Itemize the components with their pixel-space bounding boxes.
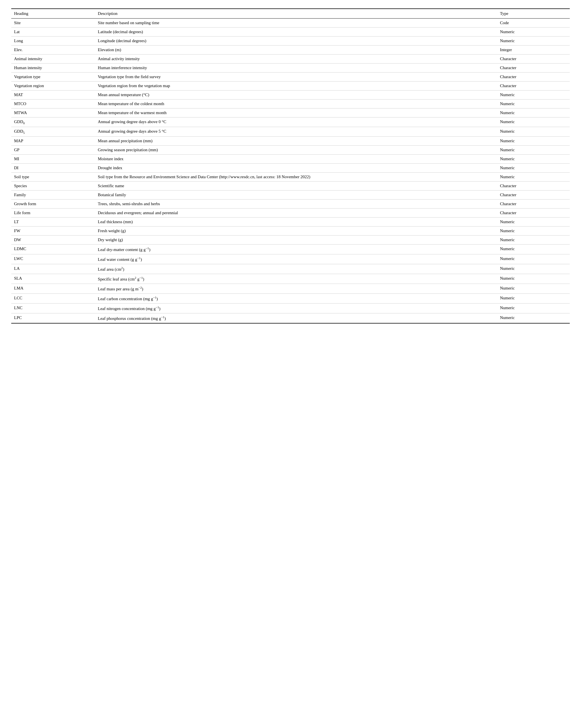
table-row: MTWAMean temperature of the warmest mont… (11, 108, 570, 118)
cell-description: Leaf nitrogen concentration (mg g−1) (95, 304, 497, 313)
cell-type: Character (497, 81, 570, 90)
table-row: Soil typeSoil type from the Resource and… (11, 173, 570, 182)
cell-description: Longitude (decimal degrees) (95, 36, 497, 46)
cell-type: Numeric (497, 118, 570, 127)
cell-type: Numeric (497, 173, 570, 182)
cell-heading: LDMC (11, 244, 95, 254)
cell-heading: LNC (11, 304, 95, 313)
cell-description: Leaf mass per area (g m−2) (95, 284, 497, 294)
cell-type: Numeric (497, 163, 570, 173)
cell-heading: MAT (11, 90, 95, 100)
cell-type: Numeric (497, 304, 570, 313)
cell-heading: DW (11, 236, 95, 244)
cell-description: Drought index (95, 163, 497, 173)
cell-type: Numeric (497, 146, 570, 155)
cell-heading: LT (11, 217, 95, 227)
cell-type: Numeric (497, 127, 570, 137)
cell-description: Latitude (decimal degrees) (95, 28, 497, 36)
cell-description: Leaf dry-matter content (g g−1) (95, 244, 497, 254)
cell-type: Numeric (497, 236, 570, 244)
table-row: Human intensityHuman interference intens… (11, 63, 570, 73)
cell-description: Leaf thickness (mm) (95, 217, 497, 227)
cell-description: Botanical family (95, 190, 497, 200)
cell-description: Specific leaf area (cm2 g−1) (95, 274, 497, 284)
cell-heading: Soil type (11, 173, 95, 182)
cell-type: Numeric (497, 274, 570, 284)
cell-heading: LWC (11, 254, 95, 264)
cell-heading: Site (11, 19, 95, 28)
table-row: LongLongitude (decimal degrees)Numeric (11, 36, 570, 46)
cell-type: Numeric (497, 100, 570, 108)
table-row: DWDry weight (g)Numeric (11, 236, 570, 244)
cell-description: Elevation (m) (95, 46, 497, 54)
cell-heading: FW (11, 227, 95, 236)
table-row: MAPMean annual precipitation (mm)Numeric (11, 137, 570, 146)
cell-type: Numeric (497, 28, 570, 36)
cell-type: Numeric (497, 294, 570, 304)
cell-heading: MTWA (11, 108, 95, 118)
cell-heading: DI (11, 163, 95, 173)
cell-type: Numeric (497, 155, 570, 163)
cell-heading: GDD0 (11, 118, 95, 127)
table-row: SiteSite number based on sampling timeCo… (11, 19, 570, 28)
cell-description: Site number based on sampling time (95, 19, 497, 28)
cell-type: Code (497, 19, 570, 28)
table-row: SLASpecific leaf area (cm2 g−1)Numeric (11, 274, 570, 284)
table-row: MTCOMean temperature of the coldest mont… (11, 100, 570, 108)
cell-description: Leaf water content (g g−1) (95, 254, 497, 264)
table-row: GDD5Annual growing degree days above 5 °… (11, 127, 570, 137)
cell-type: Integer (497, 46, 570, 54)
col-header-description: Description (95, 9, 497, 19)
cell-description: Human interference intensity (95, 63, 497, 73)
cell-heading: Animal intensity (11, 54, 95, 63)
table-row: FWFresh weight (g)Numeric (11, 227, 570, 236)
table-row: LWCLeaf water content (g g−1)Numeric (11, 254, 570, 264)
cell-description: Mean annual temperature (°C) (95, 90, 497, 100)
data-table: Heading Description Type SiteSite number… (11, 8, 570, 323)
cell-description: Vegetation region from the vegetation ma… (95, 81, 497, 90)
cell-type: Character (497, 190, 570, 200)
cell-description: Vegetation type from the field survey (95, 73, 497, 81)
cell-heading: GDD5 (11, 127, 95, 137)
table-row: FamilyBotanical familyCharacter (11, 190, 570, 200)
table-row: LCCLeaf carbon concentration (mg g−1)Num… (11, 294, 570, 304)
cell-type: Numeric (497, 264, 570, 274)
cell-description: Moisture index (95, 155, 497, 163)
cell-heading: Elev. (11, 46, 95, 54)
table-row: MIMoisture indexNumeric (11, 155, 570, 163)
cell-description: Leaf area (cm2) (95, 264, 497, 274)
cell-type: Numeric (497, 36, 570, 46)
cell-heading: LPC (11, 313, 95, 323)
cell-type: Numeric (497, 254, 570, 264)
cell-type: Character (497, 209, 570, 217)
table-row: LNCLeaf nitrogen concentration (mg g−1)N… (11, 304, 570, 313)
cell-description: Leaf carbon concentration (mg g−1) (95, 294, 497, 304)
cell-type: Numeric (497, 227, 570, 236)
cell-heading: Life form (11, 209, 95, 217)
table-row: LALeaf area (cm2)Numeric (11, 264, 570, 274)
table-row: Life formDeciduous and evergreen; annual… (11, 209, 570, 217)
cell-heading: Vegetation region (11, 81, 95, 90)
cell-type: Numeric (497, 137, 570, 146)
cell-description: Soil type from the Resource and Environm… (95, 173, 497, 182)
cell-description: Trees, shrubs, semi-shrubs and herbs (95, 200, 497, 209)
table-row: LDMCLeaf dry-matter content (g g−1)Numer… (11, 244, 570, 254)
cell-heading: Vegetation type (11, 73, 95, 81)
cell-description: Mean annual precipitation (mm) (95, 137, 497, 146)
table-row: LTLeaf thickness (mm)Numeric (11, 217, 570, 227)
col-header-type: Type (497, 9, 570, 19)
cell-heading: GP (11, 146, 95, 155)
table-row: SpeciesScientific nameCharacter (11, 182, 570, 190)
cell-type: Numeric (497, 108, 570, 118)
table-row: Vegetation typeVegetation type from the … (11, 73, 570, 81)
cell-description: Growing season precipitation (mm) (95, 146, 497, 155)
cell-heading: MTCO (11, 100, 95, 108)
cell-heading: Lat (11, 28, 95, 36)
cell-description: Mean temperature of the warmest month (95, 108, 497, 118)
cell-description: Fresh weight (g) (95, 227, 497, 236)
cell-description: Animal activity intensity (95, 54, 497, 63)
cell-heading: MAP (11, 137, 95, 146)
table-row: LMALeaf mass per area (g m−2)Numeric (11, 284, 570, 294)
cell-type: Character (497, 73, 570, 81)
cell-description: Leaf phosphorus concentration (mg g−1) (95, 313, 497, 323)
